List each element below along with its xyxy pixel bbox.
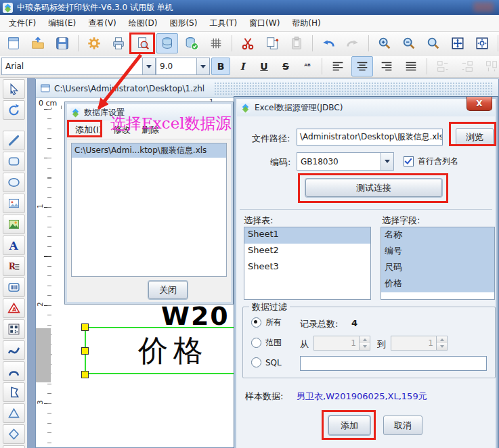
print-button[interactable]: [108, 33, 129, 53]
filter-all-radio-group[interactable]: 所有: [251, 317, 282, 328]
print-preview-button[interactable]: [132, 33, 154, 53]
image-tool-button[interactable]: [3, 194, 25, 213]
align-center-button[interactable]: [351, 56, 373, 76]
align-right-button[interactable]: [376, 56, 397, 76]
selection-handle[interactable]: [81, 371, 89, 378]
filter-range-radio-group[interactable]: 范围: [251, 337, 282, 349]
underline-button[interactable]: U: [255, 58, 274, 75]
chevron-down-icon[interactable]: [381, 153, 393, 170]
add-button[interactable]: 添加: [328, 416, 370, 435]
menu-view[interactable]: 查看(V): [82, 16, 123, 31]
db-source-list[interactable]: C:\Users\Admi...ktop\服装信息.xls: [71, 143, 227, 277]
sheet-list-item[interactable]: Sheet3: [244, 260, 370, 276]
radio-icon[interactable]: [251, 357, 261, 367]
browse-button[interactable]: 浏览: [456, 128, 494, 146]
checkbox-checked-icon[interactable]: [404, 156, 414, 166]
qrcode-tool-button[interactable]: [3, 319, 25, 339]
rounded-rect-tool-button[interactable]: [3, 152, 25, 171]
diamond-tool-button[interactable]: [3, 424, 25, 444]
selection-handle[interactable]: [81, 323, 89, 331]
align-left-button[interactable]: [327, 56, 349, 76]
test-connection-button[interactable]: 测试连接: [305, 179, 442, 197]
redo-button[interactable]: [342, 33, 364, 53]
filter-sql-radio-group[interactable]: SQL: [251, 357, 282, 367]
phonetic-button[interactable]: ᴬᴮ: [298, 58, 317, 75]
page-setup-button[interactable]: [83, 33, 105, 53]
undo-button[interactable]: [318, 33, 339, 53]
menu-edit[interactable]: 编辑(E): [42, 16, 82, 31]
menu-draw[interactable]: 绘图(D): [123, 16, 164, 31]
rotate-tool-button[interactable]: [3, 100, 25, 120]
cut-button[interactable]: [237, 33, 259, 53]
paste-button[interactable]: [286, 33, 307, 53]
field-list-item[interactable]: 尺码: [381, 260, 494, 276]
db-source-list-item[interactable]: C:\Users\Admi...ktop\服装信息.xls: [72, 143, 226, 158]
radio-selected-icon[interactable]: [251, 317, 261, 328]
selected-text-object[interactable]: 价格: [138, 331, 209, 371]
db-close-button[interactable]: 关闭: [148, 281, 188, 299]
zoom-tool-button[interactable]: [422, 33, 444, 53]
fit-window-button[interactable]: [447, 33, 469, 53]
font-size-combo[interactable]: 9.0: [156, 58, 210, 75]
encoding-combo[interactable]: GB18030: [297, 152, 394, 171]
barcode-tool-button[interactable]: [3, 277, 25, 297]
open-file-button[interactable]: [27, 33, 49, 53]
spinner-up-icon[interactable]: [360, 336, 370, 343]
polygon-tool-button[interactable]: [3, 382, 25, 402]
picture-tool-button[interactable]: [3, 215, 25, 234]
spinner-down-icon[interactable]: [360, 343, 370, 350]
selection-handle[interactable]: [81, 347, 89, 355]
distribute-top-button[interactable]: [481, 56, 499, 76]
field-list-item[interactable]: 名称: [381, 227, 494, 244]
justify-button[interactable]: [400, 56, 422, 76]
spinner-up-icon[interactable]: [437, 336, 447, 343]
close-button[interactable]: X: [467, 97, 492, 111]
line-tool-button[interactable]: [3, 131, 25, 150]
first-row-checkbox-group[interactable]: 首行含列名: [404, 156, 458, 167]
field-list[interactable]: 名称 编号 尺码 价格: [381, 227, 495, 300]
field-list-item[interactable]: 编号: [381, 244, 494, 260]
menu-shapes[interactable]: 图形(S): [163, 16, 203, 31]
save-button[interactable]: [51, 33, 73, 53]
strikethrough-button[interactable]: S: [276, 58, 295, 75]
database-button[interactable]: [156, 33, 178, 53]
ellipse-tool-button[interactable]: [3, 173, 25, 192]
sheet-list-item[interactable]: Sheet2: [244, 244, 370, 260]
range-to-spinner[interactable]: 1: [391, 336, 448, 351]
bold-button[interactable]: B: [211, 58, 230, 75]
db-add-menu[interactable]: 添加(I): [70, 122, 108, 138]
fit-content-button[interactable]: [471, 33, 493, 53]
menu-help[interactable]: 帮助(H): [286, 16, 326, 31]
curve-tool-button[interactable]: [3, 340, 25, 360]
file-path-input[interactable]: \Administrator\Desktop\服装信息.xls: [297, 129, 443, 145]
italic-button[interactable]: I: [233, 58, 252, 75]
database-connect-button[interactable]: [181, 33, 202, 53]
chevron-down-icon[interactable]: [196, 58, 209, 74]
menu-window[interactable]: 窗口(W): [243, 16, 286, 31]
text-tool-button[interactable]: A: [3, 236, 25, 255]
select-tool-button[interactable]: [3, 79, 25, 99]
distribute-left-button[interactable]: [432, 56, 454, 76]
font-family-combo[interactable]: Arial: [1, 58, 156, 75]
document-titlebar[interactable]: C:\Users\Administrator\Desktop\1.zhl: [36, 79, 498, 98]
grid-toggle-button[interactable]: [205, 33, 227, 53]
range-from-spinner[interactable]: 1: [313, 336, 370, 351]
zoom-out-button[interactable]: [398, 33, 420, 53]
copy-button[interactable]: [261, 33, 283, 53]
distribute-right-button[interactable]: [456, 56, 478, 76]
sheet-list-item[interactable]: Sheet1: [244, 227, 370, 244]
chevron-down-icon[interactable]: [142, 58, 155, 74]
zoom-in-button[interactable]: [374, 33, 395, 53]
triangle-tool-button[interactable]: [3, 403, 25, 423]
spinner-down-icon[interactable]: [437, 343, 447, 350]
sheet-list[interactable]: Sheet1 Sheet2 Sheet3: [244, 227, 371, 300]
new-document-button[interactable]: [3, 33, 24, 53]
rich-text-tool-button[interactable]: R: [3, 256, 25, 276]
cancel-button[interactable]: 取消: [383, 416, 422, 435]
shape-a-tool-button[interactable]: A: [3, 298, 25, 318]
parallelogram-tool-button[interactable]: [3, 445, 25, 448]
arc-tool-button[interactable]: [3, 361, 25, 381]
radio-icon[interactable]: [251, 338, 261, 348]
field-list-item[interactable]: 价格: [381, 276, 494, 292]
menu-file[interactable]: 文件(F): [3, 16, 42, 31]
